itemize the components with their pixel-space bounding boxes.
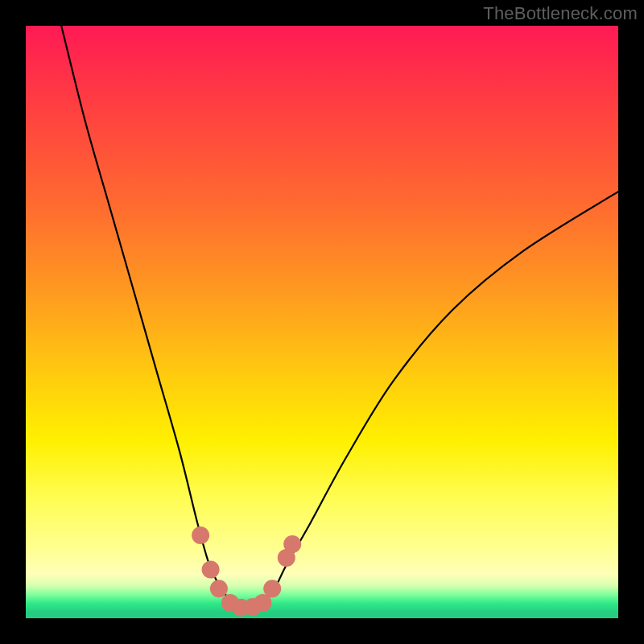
highlight-dot	[263, 580, 281, 597]
highlight-dots-group	[192, 526, 301, 617]
chart-frame: TheBottleneck.com	[0, 0, 644, 644]
highlight-dot	[283, 535, 301, 553]
chart-svg	[26, 26, 618, 618]
highlight-dot	[210, 580, 228, 597]
bottleneck-curve	[61, 26, 618, 609]
highlight-dot	[192, 526, 209, 544]
highlight-dot	[202, 561, 220, 579]
watermark-text: TheBottleneck.com	[483, 3, 638, 24]
